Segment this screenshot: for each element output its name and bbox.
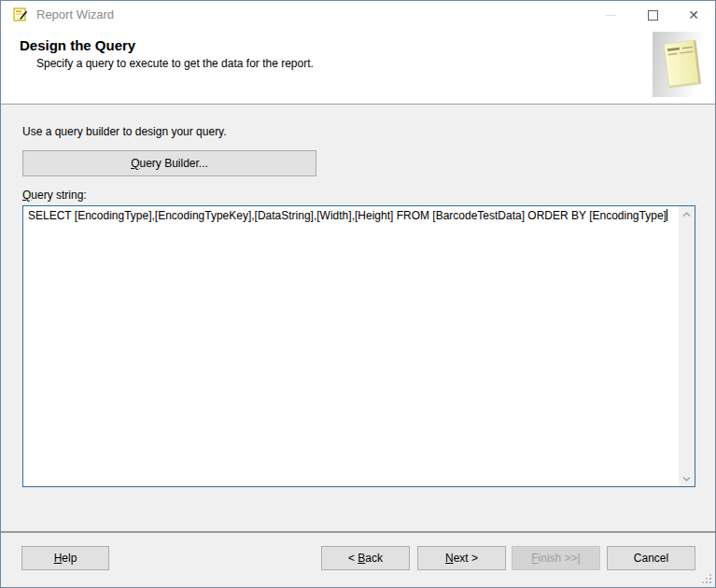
report-wizard-app-icon: [13, 7, 28, 22]
scroll-up-button[interactable]: [679, 206, 695, 222]
text-caret: [667, 209, 667, 221]
report-document-icon: [653, 32, 712, 97]
instruction-text: Use a query builder to design your query…: [22, 125, 227, 138]
close-icon: ✕: [688, 8, 699, 21]
chevron-up-icon: [682, 212, 691, 217]
help-button[interactable]: Help: [21, 546, 109, 570]
minimize-icon: [606, 15, 616, 16]
wizard-content: Use a query builder to design your query…: [1, 105, 715, 533]
vertical-scrollbar[interactable]: [679, 206, 695, 486]
wizard-header: Design the Query Specify a query to exec…: [1, 29, 715, 104]
query-text[interactable]: SELECT [EncodingType],[EncodingTypeKey],…: [23, 206, 679, 486]
resize-grip[interactable]: [700, 572, 712, 584]
maximize-button[interactable]: [638, 1, 667, 29]
next-button[interactable]: Next >: [417, 546, 506, 570]
finish-button: Finish >>|: [512, 546, 600, 570]
chevron-down-icon: [682, 476, 691, 482]
query-string-textbox[interactable]: SELECT [EncodingType],[EncodingTypeKey],…: [22, 205, 695, 487]
back-button[interactable]: < Back: [321, 546, 410, 570]
close-button[interactable]: ✕: [679, 1, 709, 29]
report-page-art: [653, 32, 712, 97]
maximize-icon: [648, 10, 658, 21]
query-string-label: Query string:: [22, 189, 87, 202]
footer-divider: [1, 531, 715, 533]
minimize-button[interactable]: [596, 1, 625, 29]
button-bar: Help < Back Next > Finish >>| Cancel: [1, 535, 715, 587]
query-builder-button[interactable]: Query Builder...: [22, 150, 316, 176]
window-title: Report Wizard: [36, 1, 114, 29]
page-subtitle: Specify a query to execute to get the da…: [36, 57, 314, 70]
page-title: Design the Query: [20, 37, 135, 53]
report-wizard-window: Report Wizard ✕ Design the Query Specify…: [0, 0, 716, 588]
cancel-button[interactable]: Cancel: [607, 546, 695, 570]
scroll-down-button[interactable]: [679, 470, 695, 486]
titlebar: Report Wizard ✕: [1, 1, 715, 29]
